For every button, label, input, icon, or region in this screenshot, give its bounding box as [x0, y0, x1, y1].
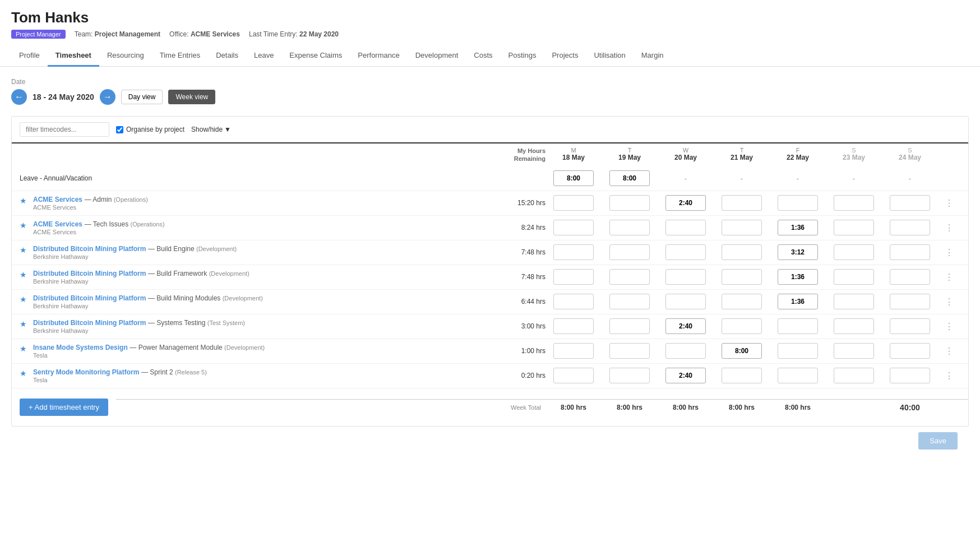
tab-timesheet[interactable]: Timesheet [48, 45, 99, 67]
add-timesheet-entry-button[interactable]: + Add timesheet entry [20, 399, 108, 416]
time-cell-input[interactable] [778, 195, 818, 211]
time-cell-input[interactable] [609, 244, 650, 260]
time-cell-input[interactable] [553, 269, 594, 285]
star-icon[interactable]: ★ [20, 319, 27, 328]
time-cell-input[interactable] [834, 318, 874, 334]
tab-profile[interactable]: Profile [11, 45, 48, 67]
time-cell-input[interactable] [834, 368, 874, 383]
time-cell-input[interactable] [722, 195, 762, 211]
time-cell-input[interactable] [609, 220, 650, 235]
day-view-button[interactable]: Day view [121, 90, 163, 104]
tab-postings[interactable]: Postings [501, 45, 544, 67]
time-cell-input[interactable] [778, 269, 818, 285]
time-cell-input[interactable] [890, 368, 930, 383]
star-icon[interactable]: ★ [20, 270, 27, 279]
time-cell-input[interactable] [722, 343, 762, 359]
time-cell-input[interactable] [609, 269, 650, 285]
time-cell-input[interactable] [722, 244, 762, 260]
time-cell-input[interactable] [834, 294, 874, 309]
tab-projects[interactable]: Projects [544, 45, 586, 67]
tab-expense-claims[interactable]: Expense Claims [281, 45, 350, 67]
tab-details[interactable]: Details [208, 45, 246, 67]
time-cell-input[interactable] [890, 318, 930, 334]
tab-time-entries[interactable]: Time Entries [152, 45, 208, 67]
time-cell-input[interactable] [834, 244, 874, 260]
time-cell-input[interactable] [778, 343, 818, 359]
time-cell-input[interactable] [778, 294, 818, 309]
time-cell-input[interactable] [665, 343, 706, 359]
project-link[interactable]: Distributed Bitcoin Mining Platform [33, 245, 146, 253]
tab-development[interactable]: Development [408, 45, 466, 67]
time-cell-input[interactable] [778, 318, 818, 334]
project-link[interactable]: Insane Mode Systems Design [33, 344, 128, 351]
filter-input[interactable] [20, 122, 109, 137]
time-cell-input[interactable] [890, 343, 930, 359]
time-cell-input[interactable] [665, 269, 706, 285]
star-icon[interactable]: ★ [20, 369, 27, 378]
save-button[interactable]: Save [918, 432, 958, 450]
row-menu-button[interactable]: ⋮ [938, 272, 960, 282]
tab-performance[interactable]: Performance [350, 45, 407, 67]
time-cell-input[interactable] [722, 368, 762, 383]
project-link[interactable]: Distributed Bitcoin Mining Platform [33, 270, 146, 277]
row-menu-button[interactable]: ⋮ [938, 247, 960, 258]
time-cell-input[interactable] [609, 368, 650, 383]
time-cell-input[interactable] [553, 368, 594, 383]
organise-check[interactable]: Organise by project [116, 126, 184, 133]
row-menu-button[interactable]: ⋮ [938, 198, 960, 209]
row-menu-button[interactable]: ⋮ [938, 346, 960, 356]
tab-leave[interactable]: Leave [246, 45, 281, 67]
time-cell-input[interactable] [553, 195, 594, 211]
time-cell-input[interactable] [609, 343, 650, 359]
time-cell-input[interactable] [890, 220, 930, 235]
week-view-button[interactable]: Week view [168, 90, 215, 104]
star-icon[interactable]: ★ [20, 245, 27, 254]
prev-date-button[interactable]: ← [11, 89, 27, 105]
time-cell-input[interactable] [834, 269, 874, 285]
time-cell-input[interactable] [722, 294, 762, 309]
time-cell-input[interactable] [778, 244, 818, 260]
time-cell-input[interactable] [834, 343, 874, 359]
star-icon[interactable]: ★ [20, 344, 27, 353]
project-link[interactable]: ACME Services [33, 220, 82, 228]
project-link[interactable]: Distributed Bitcoin Mining Platform [33, 319, 146, 327]
time-cell-input[interactable] [890, 195, 930, 211]
tab-resourcing[interactable]: Resourcing [99, 45, 152, 67]
tab-costs[interactable]: Costs [466, 45, 500, 67]
time-cell-input[interactable] [778, 220, 818, 235]
time-cell-input[interactable] [665, 220, 706, 235]
time-cell-input[interactable] [553, 318, 594, 334]
time-cell-input[interactable] [553, 343, 594, 359]
time-cell-input[interactable] [722, 220, 762, 235]
row-menu-button[interactable]: ⋮ [938, 223, 960, 233]
star-icon[interactable]: ★ [20, 295, 27, 304]
row-menu-button[interactable]: ⋮ [938, 370, 960, 381]
time-cell-input[interactable] [553, 244, 594, 260]
tab-utilisation[interactable]: Utilisation [586, 45, 633, 67]
time-cell-input[interactable] [665, 318, 706, 334]
row-menu-button[interactable]: ⋮ [938, 321, 960, 332]
time-cell-input[interactable] [553, 294, 594, 309]
time-cell-input[interactable] [553, 220, 594, 235]
time-cell-input[interactable] [722, 318, 762, 334]
project-link[interactable]: Sentry Mode Monitoring Platform [33, 368, 139, 376]
time-cell-input[interactable] [834, 220, 874, 235]
star-icon[interactable]: ★ [20, 221, 27, 230]
project-link[interactable]: ACME Services [33, 196, 82, 203]
show-hide-button[interactable]: Show/hide ▼ [191, 126, 231, 133]
time-cell-input[interactable] [609, 294, 650, 309]
time-cell-input[interactable] [665, 195, 706, 211]
time-cell-input[interactable] [890, 244, 930, 260]
project-link[interactable]: Distributed Bitcoin Mining Platform [33, 294, 146, 302]
time-cell-input[interactable] [890, 294, 930, 309]
time-cell-input[interactable] [890, 269, 930, 285]
time-cell-input[interactable] [722, 269, 762, 285]
row-menu-button[interactable]: ⋮ [938, 297, 960, 307]
next-date-button[interactable]: → [100, 89, 115, 105]
time-cell-input[interactable] [609, 318, 650, 334]
time-cell-input[interactable] [665, 244, 706, 260]
time-cell-input[interactable] [665, 294, 706, 309]
time-cell-input[interactable] [834, 195, 874, 211]
time-cell-input[interactable] [778, 368, 818, 383]
time-cell-input[interactable] [665, 368, 706, 383]
